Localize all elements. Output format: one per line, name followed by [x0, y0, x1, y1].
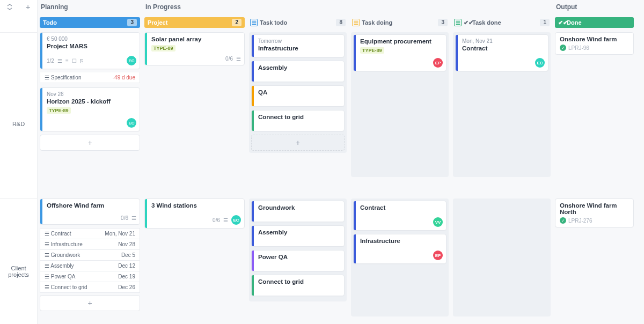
collapse-icon[interactable] [7, 3, 12, 11]
taskdoing-icon: ☰ [352, 19, 360, 26]
lane-client-label: Client projects [0, 265, 37, 278]
card-solar-progress: 0/6 [225, 56, 233, 62]
avatar-ep[interactable]: EP [433, 58, 443, 68]
add-lane-icon[interactable]: + [26, 2, 31, 11]
card-td-equip-title: Equipment procurement [360, 38, 442, 45]
taskdone-icon: ☰ [454, 19, 462, 26]
subtask-offshore-1[interactable]: ☰ InfrastructureNov 28 [40, 239, 140, 250]
col-done-client: Onshore Wind farm North ✓ LPRJ-276 [553, 198, 636, 324]
add-card-todo-client[interactable]: + [40, 295, 140, 311]
card-c-contract[interactable]: Contract VV [353, 201, 447, 231]
col-tasktodo-client: Groundwork Assembly Power QA Connect to … [247, 198, 349, 324]
avatar-ec[interactable]: EC [127, 118, 136, 128]
col-project-header[interactable]: Project 2 [144, 17, 245, 28]
col-todo-header[interactable]: Todo 3 [40, 17, 140, 28]
subtask-date: Mon, Nov 21 [105, 231, 135, 237]
col-tasktodo-count: 8 [336, 19, 346, 26]
subtask-label: Contract [51, 231, 71, 237]
card-offshore[interactable]: Offshore Wind farm 0/6 ☰ [40, 198, 140, 225]
lane-client-label-cell: Client projects [0, 198, 38, 324]
col-todo-count: 3 [127, 19, 137, 26]
done-check-icon: ✓ [560, 217, 566, 224]
checklist-icon: ☰ [57, 58, 62, 64]
card-td-contract[interactable]: Mon, Nov 21 Contract EC [455, 34, 548, 71]
lane-client: Client projects Offshore Wind farm 0/6 ☰… [0, 198, 644, 324]
card-solar[interactable]: Solar panel array TYPE-89 0/6 ☰ [144, 32, 245, 65]
tasktodo-icon: ☰ [250, 19, 258, 26]
card-tt-grid[interactable]: Connect to grid [251, 110, 345, 131]
card-windstations-progress: 0/6 [213, 217, 220, 223]
card-stripe [354, 234, 356, 263]
card-offshore-progress: 0/6 [121, 215, 128, 221]
section-planning-title: Planning [38, 0, 142, 14]
col-taskdoing-header-wrap: . ☰ Task doing 3 [349, 0, 451, 32]
col-taskdone-client [451, 198, 553, 324]
card-windstations[interactable]: 3 Wind stations 0/6 ☰ EC [144, 198, 245, 229]
subtask-date: Dec 19 [118, 274, 135, 279]
subtask-label: Connect to grid [51, 284, 87, 290]
subtask-specification[interactable]: ☰ Specification -49 d due [40, 72, 140, 83]
card-stripe [354, 201, 356, 230]
col-tasktodo-header[interactable]: ☰ Task todo 8 [249, 17, 347, 28]
card-windstations-title: 3 Wind stations [151, 202, 240, 209]
col-done-label: Done [567, 19, 582, 26]
card-td-equip[interactable]: Equipment procurement TYPE-89 EP [353, 34, 447, 71]
subtask-offshore-4[interactable]: ☰ Power QADec 19 [40, 271, 140, 282]
done-check-icon: ✔✔ [558, 19, 565, 26]
card-mars-progress: 1/2 [47, 58, 54, 64]
col-taskdone-header[interactable]: ☰ ✔✔ Task done 1 [453, 17, 551, 28]
card-c-ground[interactable]: Groundwork [251, 201, 345, 222]
card-offshore-title: Offshore Wind farm [47, 202, 135, 209]
card-c-contract-title: Contract [360, 204, 442, 211]
col-done-header-wrap: Output ✔✔ Done [553, 0, 636, 32]
avatar-ec[interactable]: EC [231, 215, 241, 225]
card-c-grid-title: Connect to grid [258, 278, 340, 285]
card-horizon-tag: TYPE-89 [47, 107, 71, 114]
avatar-ec[interactable]: EC [127, 56, 136, 65]
col-taskdoing-header[interactable]: ☰ Task doing 3 [351, 17, 449, 28]
card-stripe [252, 61, 254, 82]
checklist-icon: ☰ [223, 217, 228, 223]
avatar-ep[interactable]: EP [433, 251, 443, 260]
card-c-infra[interactable]: Infrastructure EP [353, 234, 447, 264]
subtask-date: Dec 26 [118, 284, 135, 290]
add-card-todo-rd[interactable]: + [40, 135, 140, 151]
avatar-ec[interactable]: EC [535, 58, 545, 68]
col-done-header[interactable]: ✔✔ Done [555, 17, 634, 28]
card-tt-infra[interactable]: Tomorrow Infrastructure [251, 34, 345, 57]
card-done-onshore-n-title: Onshore Wind farm North [560, 202, 629, 215]
comment-icon: ☐ [72, 58, 77, 64]
card-tt-qa[interactable]: QA [251, 85, 345, 107]
card-horizon-date: Nov 26 [47, 91, 135, 97]
col-todo-label: Todo [43, 19, 57, 26]
card-done-onshore-ref: LPRJ-96 [568, 45, 589, 51]
card-project-mars[interactable]: € 50 000 Project MARS 1/2 ☰ ≡ ☐ ⎘ EC [40, 32, 140, 69]
add-stage-tasktodo-rd[interactable]: + [251, 135, 345, 151]
card-solar-title: Solar panel array [151, 36, 240, 42]
avatar-vv[interactable]: VV [433, 217, 443, 227]
subtask-label: Groundwork [51, 252, 80, 258]
card-c-assembly-title: Assembly [258, 229, 340, 235]
card-c-powerqa[interactable]: Power QA [251, 250, 345, 271]
subtask-offshore-3[interactable]: ☰ AssemblyDec 12 [40, 261, 140, 271]
card-done-onshore-north[interactable]: Onshore Wind farm North ✓ LPRJ-276 [555, 198, 634, 227]
card-tt-assembly[interactable]: Assembly [251, 61, 345, 82]
card-stripe [40, 88, 42, 131]
subtask-offshore-2[interactable]: ☰ GroundworkDec 5 [40, 250, 140, 261]
subtask-offshore-0[interactable]: ☰ ContractMon, Nov 21 [40, 228, 140, 239]
card-stripe [252, 111, 254, 131]
subtask-spec-label: Specification [51, 75, 82, 80]
col-todo-header-wrap: Planning Todo 3 [38, 0, 142, 32]
card-stripe [456, 35, 458, 71]
lane-rd-label: R&D [12, 121, 25, 127]
subtask-date: Dec 5 [121, 252, 135, 258]
card-tt-qa-title: QA [258, 89, 340, 95]
section-output-title: Output [553, 0, 636, 14]
col-done-rd: Onshore Wind farm ✓ LPRJ-96 [553, 32, 636, 198]
col-project-header-wrap: In Progress Project 2 [142, 0, 247, 32]
subtask-offshore-5[interactable]: ☰ Connect to gridDec 26 [40, 282, 140, 293]
card-c-assembly[interactable]: Assembly [251, 225, 345, 247]
card-horizon[interactable]: Nov 26 Horizon 2025 - kickoff TYPE-89 EC [40, 87, 140, 131]
card-done-onshore[interactable]: Onshore Wind farm ✓ LPRJ-96 [555, 32, 634, 55]
card-c-grid[interactable]: Connect to grid [251, 275, 345, 296]
